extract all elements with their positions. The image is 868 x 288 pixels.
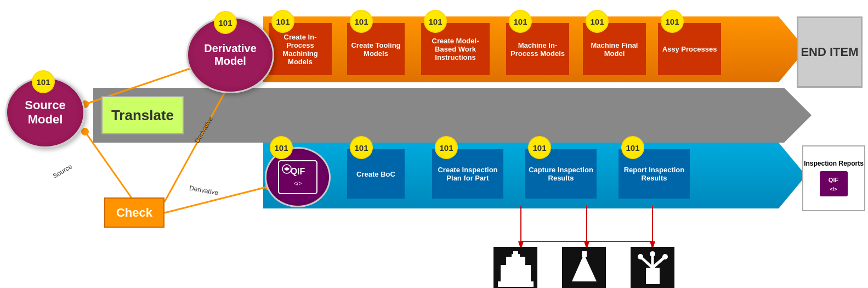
badge-blue-2: 101 — [435, 136, 458, 159]
badge-blue-1: 101 — [350, 136, 373, 159]
source-model-badge: 101 — [32, 70, 55, 93]
derivative-label-2: Derivative — [189, 184, 219, 196]
svg-rect-25 — [513, 251, 518, 256]
badge-orange-6: 101 — [661, 10, 684, 33]
source-label: Source — [52, 162, 73, 179]
badge-qif: 101 — [270, 136, 293, 159]
translate-box: Translate — [101, 96, 184, 134]
svg-rect-19 — [820, 171, 848, 196]
svg-text:</>: </> — [294, 180, 302, 187]
svg-rect-29 — [646, 268, 660, 284]
badge-orange-3: 101 — [424, 10, 447, 33]
qif-logo-svg: QIF </> — [276, 158, 320, 196]
badge-blue-4: 101 — [621, 136, 644, 159]
check-box: Check — [104, 197, 164, 228]
svg-point-5 — [81, 128, 89, 135]
equipment-icon-2 — [562, 247, 606, 288]
badge-orange-1: 101 — [271, 10, 294, 33]
derivative-model-badge: 101 — [214, 11, 237, 34]
badge-orange-5: 101 — [586, 10, 609, 33]
svg-text:QIF: QIF — [829, 177, 839, 183]
equipment-icon-1 — [493, 247, 537, 288]
svg-point-35 — [662, 254, 668, 259]
end-item-box: END ITEM — [797, 16, 863, 88]
svg-marker-27 — [572, 254, 597, 281]
svg-rect-28 — [582, 251, 587, 257]
badge-orange-2: 101 — [350, 10, 373, 33]
svg-text:</>: </> — [830, 187, 837, 192]
svg-text:QIF: QIF — [291, 167, 305, 176]
svg-point-33 — [650, 251, 655, 257]
inspection-reports: Inspection Reports QIF </> — [802, 145, 865, 211]
svg-point-34 — [638, 254, 643, 259]
badge-orange-4: 101 — [509, 10, 532, 33]
svg-rect-26 — [498, 281, 534, 287]
inspection-qif-icon: QIF </> — [819, 170, 849, 197]
equipment-icon-3 — [631, 247, 674, 288]
badge-blue-3: 101 — [528, 136, 551, 159]
